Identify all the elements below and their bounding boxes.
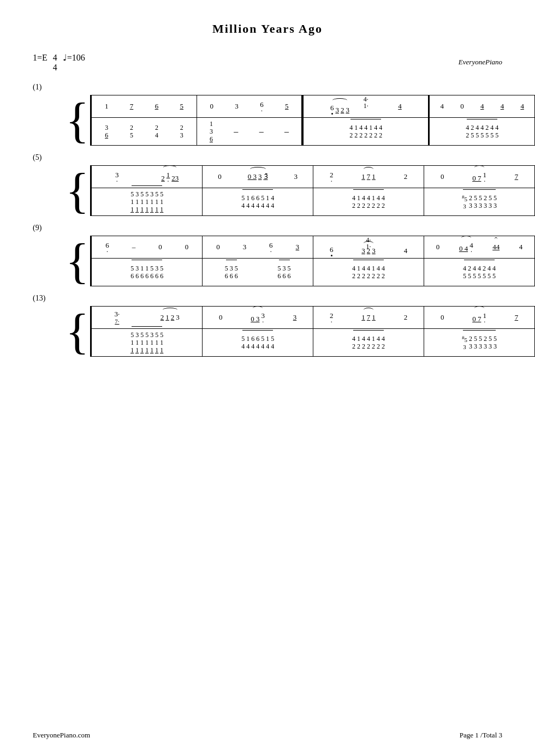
note-group: 4 2 2 5 4 5 — [466, 124, 498, 140]
staves-3: 6· – 0 0 0 3 6· 3 4· 1· — [92, 236, 535, 286]
note: 6· — [269, 241, 273, 253]
note-group: 56 36 56 — [278, 265, 291, 280]
footer-right: Page 1 /Total 3 — [460, 731, 502, 740]
note: 3 — [176, 313, 180, 322]
stack-note: 4 5 — [495, 124, 498, 140]
note: 2 — [160, 313, 164, 322]
note: 2 — [404, 313, 408, 322]
note: 0 7 — [472, 174, 481, 183]
note: 3 — [372, 247, 376, 255]
bass-3: 56 36 16 16 56 36 56 56 36 56 — [92, 258, 535, 286]
note-group: 511 311 511 511 311 511 511 — [130, 331, 163, 355]
note: 3 — [335, 106, 339, 115]
note-group: 6 3 2 3 — [330, 104, 349, 115]
measure-t1-1: 1 7 6 5 — [92, 95, 197, 117]
footer: EveryonePiano.com Page 1 /Total 3 — [33, 731, 502, 740]
measure-t4-1: 3· 7· 2 1 2 3 — [92, 307, 203, 328]
note: 0 — [216, 243, 220, 251]
note: 3· 7· — [115, 310, 120, 326]
measure-b3-2: 56 36 56 56 36 56 — [203, 259, 313, 286]
note: 0 — [441, 172, 444, 181]
note: 4 — [501, 102, 504, 111]
note: 0 4 — [459, 244, 468, 253]
measure-t2-4: 0 0 7 1· 7 — [424, 166, 535, 188]
note: 0 — [185, 243, 189, 251]
stack-note: 3 6 — [105, 124, 108, 140]
note: 2 — [171, 313, 175, 322]
measure-t2-3: 2· 1 7 1 2 — [313, 166, 424, 188]
stack-note: 4 2 — [349, 124, 353, 140]
note: 0 — [210, 102, 213, 111]
stack-note: 4 2 — [359, 124, 362, 140]
measure-t3-4: 0 0 4 4· 44 4 — [424, 236, 535, 258]
note-group: 2 1 2 3 — [160, 313, 180, 322]
note-group: 2 1· 23 — [161, 171, 179, 183]
note: 4 — [520, 102, 524, 111]
time-sig: 4 4 — [53, 53, 57, 72]
stack-note: 1 2 — [369, 124, 372, 140]
note-group: 0 3 3 3̄ — [248, 172, 268, 181]
system-3: { 6· – 0 0 0 3 6· 3 — [66, 236, 535, 286]
note: 3 — [346, 106, 349, 115]
note: 7 — [515, 313, 519, 322]
stack-note: 2 5 — [471, 124, 474, 140]
note: 3 — [258, 172, 262, 181]
note: 6· — [105, 241, 109, 253]
note: 2· — [330, 311, 334, 323]
note: 23 — [171, 174, 179, 183]
stack-note: 2 5 — [130, 124, 133, 140]
stack-note: 1 3 6 — [210, 120, 213, 143]
measure-t1-3: 4· 1· 6 3 2 3 4 — [302, 95, 430, 117]
note-group: 44 — [492, 243, 500, 251]
note: 4 — [519, 243, 523, 251]
note: 7 — [515, 172, 519, 181]
note-group: 0 7 1· — [472, 171, 486, 183]
note: 1· — [483, 171, 486, 183]
publisher-label: EveryonePiano — [459, 58, 502, 67]
bass-1: 3 6 2 5 2 4 2 3 — [92, 117, 535, 146]
note: 7 — [367, 313, 371, 322]
note: 4· — [469, 241, 473, 253]
note: 0 3 — [251, 315, 259, 323]
note-group: 56 36 16 16 56 36 56 — [130, 265, 163, 280]
stack-note: 2 3 — [180, 124, 183, 140]
note: 0 — [441, 313, 444, 322]
measure-t4-2: 0 0 3 3· 3 — [203, 307, 313, 328]
stack-note: 4 2 — [379, 124, 382, 140]
measure-b1-3: 4 2 1 2 4 2 — [302, 118, 430, 145]
measure-t2-1: 3· 2 1· 23 — [92, 166, 203, 188]
note-group: 4 2 1 2 4 2 — [349, 124, 382, 140]
system-2: { 3· 2 1· 23 0 0 3 3 — [66, 165, 535, 216]
measure-b1-4: 4 2 2 5 4 5 — [430, 118, 535, 145]
note: 1 — [361, 172, 365, 181]
note-group: #53 23 53 53 23 53 53 — [462, 335, 497, 351]
measure-b2-4: #53 23 53 53 23 53 53 — [424, 188, 535, 215]
note-group: 54 14 64 64 54 14 54 — [241, 335, 274, 351]
note: 0 — [218, 172, 222, 181]
note: 6· — [260, 100, 264, 112]
note: 0 7 — [472, 315, 481, 323]
measure-t1-2: 0 3 6· 5 — [197, 95, 302, 117]
measure-b1-2: 1 3 6 – – – — [197, 118, 302, 145]
page: Million Years Ago 1=E 4 4 ♩=106 Everyone… — [0, 0, 535, 756]
note: 2 — [161, 174, 165, 183]
stack-note: 2 4 — [155, 124, 158, 140]
note: 1· — [483, 311, 486, 323]
tempo-label: ♩=106 — [63, 52, 85, 63]
note: 3 — [235, 102, 239, 111]
section-13-label: (13) — [33, 294, 502, 303]
measure-t3-1: 6· – 0 0 — [92, 236, 203, 258]
measure-b2-1: 511 311 511 511 311 511 511 — [92, 188, 203, 215]
note: 6 — [155, 102, 159, 111]
note: 2· — [330, 171, 334, 183]
note-group: 3 2 3 — [361, 247, 376, 255]
staves-1: 1 7 6 5 0 3 6· 5 4· 1· — [92, 95, 535, 146]
note: 5 — [180, 102, 184, 111]
note-group: 0 4 4· — [459, 241, 473, 253]
note: 3 — [361, 247, 365, 255]
note-group: #53 23 53 53 23 53 53 — [462, 194, 497, 210]
note-group: 56 36 56 — [225, 265, 238, 280]
section-1-label: (1) — [33, 83, 502, 92]
note-group: 0 7 1· — [472, 311, 486, 323]
note: 3̄ — [264, 172, 268, 181]
